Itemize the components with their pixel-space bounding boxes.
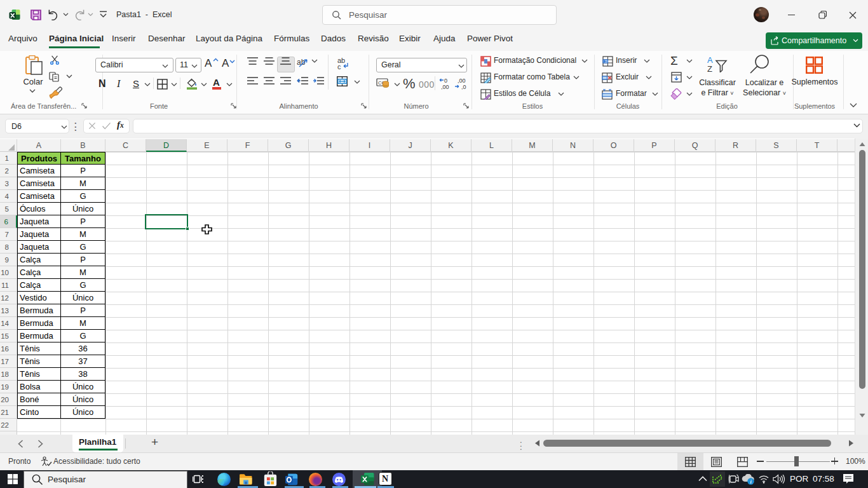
svg-text:,0: ,0 <box>461 84 466 90</box>
svg-text:,00: ,00 <box>441 84 449 90</box>
svg-text:c: c <box>337 63 341 71</box>
svg-text:,00: ,00 <box>458 78 466 84</box>
svg-text:A: A <box>707 55 713 65</box>
svg-text:0: 0 <box>444 78 447 84</box>
svg-text:Z: Z <box>707 64 712 72</box>
